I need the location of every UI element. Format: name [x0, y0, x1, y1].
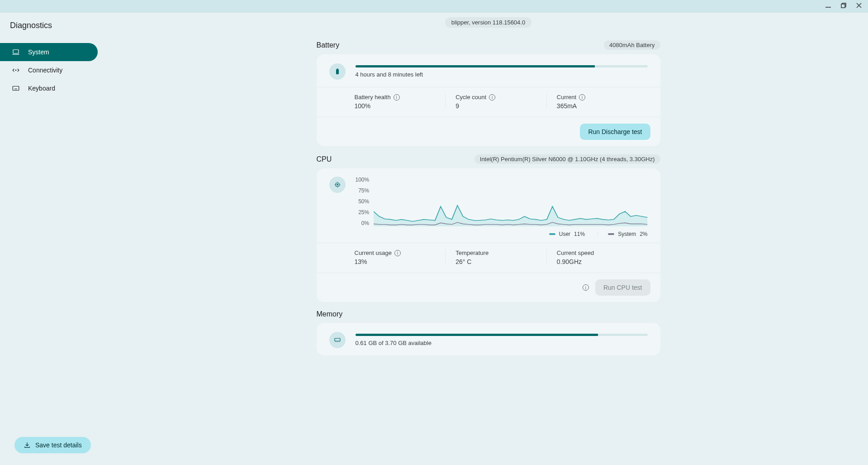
legend-swatch-system: [608, 233, 614, 235]
cpu-name-chip: Intel(R) Pentium(R) Silver N6000 @ 1.10G…: [474, 154, 660, 164]
run-cpu-test-button: Run CPU test: [595, 279, 650, 296]
save-button-label: Save test details: [35, 441, 82, 449]
cycle-count-label: Cycle count: [455, 94, 486, 101]
current-value: 365mA: [557, 102, 648, 110]
cpu-usage-value: 13%: [355, 258, 446, 265]
cpu-speed-label: Current speed: [557, 249, 594, 256]
svg-rect-12: [336, 69, 339, 74]
cpu-card: 100% 75% 50% 25% 0% User: [317, 168, 660, 302]
memory-section-title: Memory: [317, 310, 343, 318]
sidebar-item-label: Connectivity: [28, 67, 62, 74]
svg-point-6: [15, 70, 16, 71]
svg-rect-4: [13, 50, 19, 53]
cpu-usage-label: Current usage: [355, 249, 392, 256]
info-icon[interactable]: [579, 94, 585, 101]
sidebar-item-keyboard[interactable]: Keyboard: [0, 79, 98, 97]
svg-rect-13: [337, 68, 338, 69]
window-restore-icon[interactable]: [840, 2, 847, 11]
info-icon[interactable]: [489, 94, 495, 101]
info-icon[interactable]: [583, 284, 589, 291]
cpu-section-title: CPU: [317, 155, 332, 163]
sidebar-item-system[interactable]: System: [0, 43, 98, 61]
sidebar-item-label: Keyboard: [28, 85, 55, 92]
laptop-icon: [12, 48, 20, 56]
battery-capacity-chip: 4080mAh Battery: [604, 40, 660, 50]
memory-progress-bar: [356, 334, 648, 336]
legend-user-label: User: [559, 231, 570, 237]
current-label: Current: [557, 94, 576, 101]
version-chip: blipper, version 118.15604.0: [445, 17, 531, 28]
legend-swatch-user: [549, 233, 555, 235]
cycle-count-value: 9: [455, 102, 546, 110]
svg-rect-21: [335, 338, 340, 341]
sidebar-item-label: System: [28, 48, 49, 56]
battery-progress-bar: [356, 65, 648, 67]
window-close-icon[interactable]: [855, 2, 863, 11]
memory-icon: [329, 332, 346, 348]
save-test-details-button[interactable]: Save test details: [14, 437, 91, 453]
memory-summary: 0.61 GB of 3.70 GB available: [356, 340, 648, 346]
cpu-speed-value: 0.90GHz: [557, 258, 648, 265]
battery-section-title: Battery: [317, 41, 340, 49]
legend-system-value: 2%: [640, 231, 647, 237]
legend-user-value: 11%: [574, 231, 585, 237]
svg-rect-7: [13, 86, 19, 91]
battery-time-left: 4 hours and 8 minutes left: [356, 71, 648, 78]
svg-rect-1: [841, 4, 845, 8]
battery-health-label: Battery health: [355, 94, 391, 101]
battery-health-value: 100%: [355, 102, 446, 110]
download-icon: [24, 441, 31, 449]
cpu-icon: [329, 177, 346, 193]
cpu-temp-value: 26° C: [455, 258, 546, 265]
info-icon[interactable]: [394, 94, 400, 101]
app-title: Diagnostics: [0, 13, 109, 30]
legend-system-label: System: [618, 231, 636, 237]
cpu-temp-label: Temperature: [455, 249, 489, 256]
window-minimize-icon[interactable]: [825, 2, 832, 11]
keyboard-icon: [12, 84, 20, 92]
svg-rect-15: [337, 184, 338, 186]
connectivity-icon: [12, 66, 20, 74]
info-icon[interactable]: [394, 250, 401, 256]
memory-card: 0.61 GB of 3.70 GB available: [317, 323, 660, 355]
sidebar-item-connectivity[interactable]: Connectivity: [0, 61, 98, 79]
run-discharge-test-button[interactable]: Run Discharge test: [580, 124, 650, 140]
battery-icon: [329, 63, 346, 80]
cpu-y-axis: 100% 75% 50% 25% 0%: [356, 177, 374, 226]
battery-card: 4 hours and 8 minutes left Battery healt…: [317, 54, 660, 146]
cpu-usage-chart: [374, 177, 647, 226]
